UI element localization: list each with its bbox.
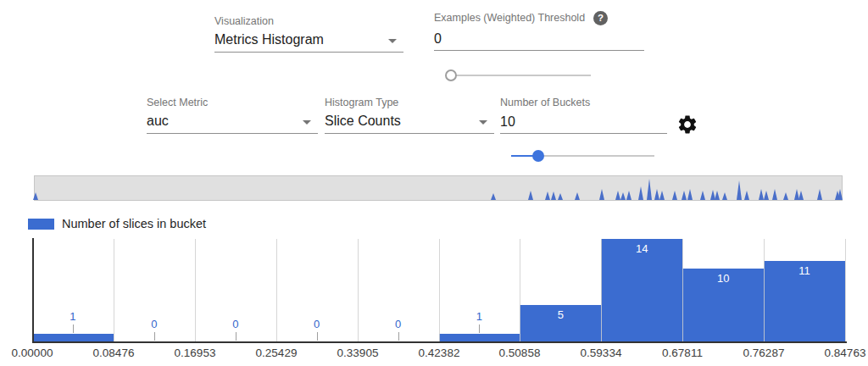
- x-axis-tick-label: 0.67811: [651, 347, 714, 359]
- annotation-stem: [73, 324, 74, 333]
- gridline: [682, 239, 683, 341]
- x-axis-baseline: [32, 341, 847, 343]
- gridline: [439, 239, 440, 341]
- gridline: [764, 239, 765, 341]
- bar-value-label: 0: [373, 318, 424, 330]
- bar-value-label: 11: [779, 264, 830, 277]
- gridline: [114, 239, 114, 341]
- annotation-stem: [236, 332, 236, 341]
- bar-value-label: 10: [698, 272, 748, 285]
- x-axis-tick-label: 0.50858: [488, 347, 551, 359]
- annotation-stem: [154, 332, 155, 341]
- x-axis-tick-label: 0.84763: [814, 347, 868, 359]
- metrics-histogram-page: Visualization Metrics Histogram Examples…: [0, 0, 868, 366]
- x-axis-tick-label: 0.33905: [326, 347, 389, 359]
- x-axis-tick-label: 0.59334: [570, 347, 632, 359]
- bar-value-label: 14: [616, 242, 667, 255]
- x-axis-tick-label: 0.42382: [408, 347, 470, 359]
- bar-value-label: 0: [292, 318, 342, 330]
- bar-value-label: 1: [453, 310, 504, 323]
- x-axis-tick-label: 0.25429: [245, 347, 308, 359]
- annotation-stem: [398, 332, 399, 341]
- gridline: [520, 239, 520, 341]
- bar-value-label: 0: [210, 318, 261, 330]
- bar-value-label: 0: [129, 318, 180, 330]
- gridline: [276, 239, 277, 341]
- gridline: [845, 239, 846, 341]
- slice-counts-histogram: 10000151410110.000000.084760.169530.2542…: [0, 0, 868, 366]
- histogram-bar[interactable]: [439, 334, 520, 341]
- x-axis-tick-label: 0.76287: [732, 347, 795, 359]
- bar-value-label: 5: [535, 308, 586, 321]
- gridline: [358, 239, 359, 341]
- histogram-bar[interactable]: [32, 334, 114, 341]
- gridline: [601, 239, 602, 341]
- x-axis-tick-label: 0.16953: [164, 347, 226, 359]
- y-axis-line: [32, 238, 34, 342]
- annotation-stem: [479, 324, 480, 333]
- annotation-stem: [317, 332, 318, 341]
- gridline: [195, 239, 196, 341]
- bar-value-label: 1: [47, 310, 98, 323]
- x-axis-tick-label: 0.08476: [82, 347, 145, 359]
- x-axis-tick-label: 0.00000: [1, 347, 64, 359]
